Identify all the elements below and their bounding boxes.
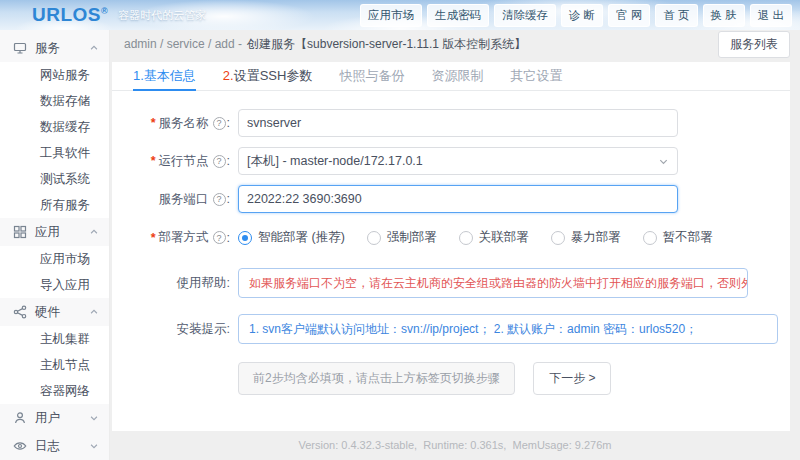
sidebar-item-web-services[interactable]: 网站服务 — [0, 62, 109, 88]
sidebar-item-tool-software[interactable]: 工具软件 — [0, 140, 109, 166]
tab-other-settings[interactable]: 其它设置 — [510, 62, 562, 91]
service-port-input[interactable] — [238, 185, 678, 213]
sidebar-group-logs[interactable]: 日志 — [0, 432, 109, 460]
service-port-row: 服务端口 ? : — [112, 185, 790, 213]
official-site-button[interactable]: 官 网 — [608, 4, 650, 27]
help-question-icon[interactable]: ? — [213, 117, 226, 130]
breadcrumb: admin / service / add - — [124, 37, 242, 51]
radio-icon — [459, 231, 473, 245]
deploy-mode-row: * 部署方式 ? : 智能部署 (推荐) 强制部署 关联部署 暴力部署 暂不部署 — [112, 229, 790, 246]
sidebar-item-all-services[interactable]: 所有服务 — [0, 192, 109, 218]
sidebar-group-label: 服务 — [35, 40, 60, 57]
urlos-logo: URLOS® — [32, 4, 108, 26]
sidebar-group-apps[interactable]: 应用 — [0, 218, 109, 246]
run-node-row: * 运行节点 ? : [本机] - master-node/172.17.0.1 — [112, 147, 790, 175]
sidebar-group-users[interactable]: 用户 — [0, 404, 109, 432]
radio-brute-deploy[interactable]: 暴力部署 — [551, 229, 621, 246]
run-node-selected-value: [本机] - master-node/172.17.0.1 — [247, 153, 423, 170]
radio-no-deploy[interactable]: 暂不部署 — [643, 229, 713, 246]
install-tip-note: 1. svn客户端默认访问地址：svn://ip/project； 2. 默认账… — [238, 314, 778, 344]
breadcrumb-bar: admin / service / add - 创建服务【subversion-… — [110, 30, 800, 58]
run-node-select[interactable]: [本机] - master-node/172.17.0.1 — [238, 147, 678, 175]
sidebar-item-app-market[interactable]: 应用市场 — [0, 246, 109, 272]
sidebar-item-data-storage[interactable]: 数据存储 — [0, 88, 109, 114]
sidebar-group-label: 应用 — [35, 224, 60, 241]
radio-icon — [551, 231, 565, 245]
clear-cache-button[interactable]: 清除缓存 — [494, 4, 556, 27]
install-tip-label: 安装提示 : — [112, 321, 230, 338]
usage-help-label: 使用帮助 : — [112, 275, 230, 292]
chevron-up-icon — [89, 227, 99, 237]
required-mark: * — [151, 231, 156, 245]
service-port-label: 服务端口 ? : — [112, 191, 230, 208]
home-button[interactable]: 首 页 — [655, 4, 697, 27]
radio-force-deploy[interactable]: 强制部署 — [367, 229, 437, 246]
main-area: admin / service / add - 创建服务【subversion-… — [110, 30, 800, 460]
user-icon — [13, 411, 27, 425]
logo-tagline: 容器时代的云管家 — [118, 8, 206, 23]
sidebar-submenu-services: 网站服务 数据存储 数据缓存 工具软件 测试系统 所有服务 — [0, 62, 109, 218]
topbar-buttons: 应用市场 生成密码 清除缓存 诊 断 官 网 首 页 换 肤 退 出 — [355, 4, 792, 27]
install-tip-row: 安装提示 : 1. svn客户端默认访问地址：svn://ip/project；… — [112, 314, 790, 344]
tab-ssh-params[interactable]: 2.设置SSH参数 — [223, 62, 313, 91]
tab-snapshot-backup[interactable]: 快照与备份 — [339, 62, 404, 91]
eye-icon — [13, 439, 27, 453]
tab-resource-limit[interactable]: 资源限制 — [431, 62, 483, 91]
service-name-label: * 服务名称 ? : — [112, 115, 230, 132]
radio-icon — [643, 231, 657, 245]
radio-smart-deploy[interactable]: 智能部署 (推荐) — [238, 229, 345, 246]
run-node-label: * 运行节点 ? : — [112, 153, 230, 170]
sidebar: 服务 网站服务 数据存储 数据缓存 工具软件 测试系统 所有服务 应用 应用市场… — [0, 30, 110, 460]
sidebar-item-host-cluster[interactable]: 主机集群 — [0, 326, 109, 352]
page-body: 服务 网站服务 数据存储 数据缓存 工具软件 测试系统 所有服务 应用 应用市场… — [0, 30, 800, 460]
service-name-row: * 服务名称 ? : — [112, 109, 790, 137]
sidebar-group-services[interactable]: 服务 — [0, 34, 109, 62]
deploy-mode-label: * 部署方式 ? : — [112, 229, 230, 246]
sidebar-group-hardware[interactable]: 硬件 — [0, 298, 109, 326]
help-question-icon[interactable]: ? — [213, 155, 226, 168]
generate-password-button[interactable]: 生成密码 — [427, 4, 489, 27]
page-title: 创建服务【subversion-server-1.11.1 版本控制系统】 — [247, 36, 526, 53]
radio-selected-icon — [238, 231, 252, 245]
sidebar-item-container-network[interactable]: 容器网络 — [0, 378, 109, 404]
change-theme-button[interactable]: 换 肤 — [703, 4, 745, 27]
chevron-down-icon — [89, 413, 99, 423]
sidebar-group-label: 日志 — [35, 438, 60, 455]
chevron-up-icon — [89, 307, 99, 317]
sidebar-group-label: 用户 — [35, 410, 60, 427]
chevron-up-icon — [89, 43, 99, 53]
required-steps-hint-button: 前2步均含必填项，请点击上方标签页切换步骤 — [238, 362, 515, 395]
usage-help-row: 使用帮助 : 如果服务端口不为空，请在云主机商的安全组或路由器的防火墙中打开相应… — [112, 268, 790, 298]
tab-bar: 1.基本信息 2.设置SSH参数 快照与备份 资源限制 其它设置 — [112, 62, 790, 91]
sidebar-submenu-apps: 应用市场 导入应用 — [0, 246, 109, 298]
help-question-icon[interactable]: ? — [213, 231, 226, 244]
sidebar-group-label: 硬件 — [35, 304, 60, 321]
logout-button[interactable]: 退 出 — [750, 4, 792, 27]
share-nodes-icon — [13, 305, 27, 319]
next-step-button[interactable]: 下一步 > — [533, 362, 611, 395]
radio-icon — [367, 231, 381, 245]
sidebar-item-data-cache[interactable]: 数据缓存 — [0, 114, 109, 140]
form-actions-row: 前2步均含必填项，请点击上方标签页切换步骤 下一步 > — [112, 362, 790, 395]
sidebar-submenu-hardware: 主机集群 主机节点 容器网络 — [0, 326, 109, 404]
service-list-button[interactable]: 服务列表 — [718, 31, 790, 58]
chevron-down-icon — [658, 156, 669, 167]
required-mark: * — [151, 116, 156, 130]
help-question-icon[interactable]: ? — [213, 193, 226, 206]
app-market-button[interactable]: 应用市场 — [360, 4, 422, 27]
chevron-down-icon — [89, 441, 99, 451]
service-name-input[interactable] — [238, 109, 678, 137]
version-footer: Version: 0.4.32.3-stable, Runtime: 0.361… — [110, 439, 800, 451]
apps-grid-icon — [13, 225, 27, 239]
server-icon — [13, 41, 27, 55]
radio-linked-deploy[interactable]: 关联部署 — [459, 229, 529, 246]
tab-basic-info[interactable]: 1.基本信息 — [133, 62, 196, 91]
form-card: 1.基本信息 2.设置SSH参数 快照与备份 资源限制 其它设置 * 服务名称 … — [112, 62, 790, 431]
sidebar-item-host-node[interactable]: 主机节点 — [0, 352, 109, 378]
sidebar-item-test-system[interactable]: 测试系统 — [0, 166, 109, 192]
sidebar-item-import-app[interactable]: 导入应用 — [0, 272, 109, 298]
topbar: URLOS® 容器时代的云管家 应用市场 生成密码 清除缓存 诊 断 官 网 首… — [0, 0, 800, 30]
usage-help-note: 如果服务端口不为空，请在云主机商的安全组或路由器的防火墙中打开相应的服务端口，否… — [238, 268, 748, 298]
diagnose-button[interactable]: 诊 断 — [561, 4, 603, 27]
required-mark: * — [151, 154, 156, 168]
